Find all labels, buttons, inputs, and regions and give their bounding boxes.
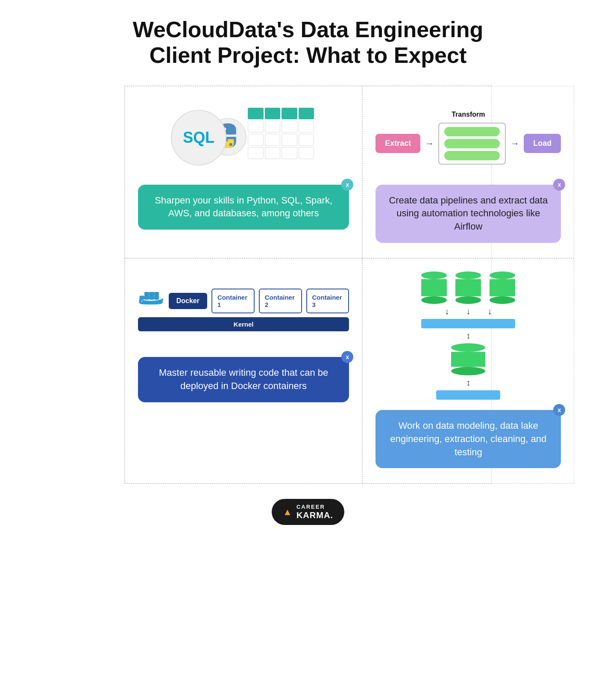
quadrant-4: ↓ ↓ ↓ ↕ ↕ (362, 258, 574, 484)
kernel-bar: Kernel (138, 317, 349, 331)
career-karma-badge: ▲ CAREER KARMA. (272, 499, 344, 525)
sql-circle: SQL (171, 110, 226, 165)
arrows-down: ↓ ↓ ↓ (445, 307, 492, 316)
arrow-down-3: ↓ (487, 307, 492, 316)
karma-label: KARMA. (296, 510, 333, 520)
arrow-updown: ↕ (466, 331, 470, 341)
page-title: WeCloudData's Data Engineering Client Pr… (124, 17, 492, 68)
cylinder-2 (455, 271, 481, 304)
flat-bar-1 (421, 319, 515, 328)
svg-point-2 (229, 143, 232, 146)
svg-point-11 (142, 301, 143, 302)
docker-whale-icon (138, 288, 164, 314)
container-1-box: Container 1 (211, 289, 255, 313)
quadrant-2-text: Create data pipelines and extract data u… (387, 194, 549, 233)
close-btn-4[interactable]: x (553, 404, 565, 416)
quadrant-1-card: x Sharpen your skills in Python, SQL, Sp… (138, 185, 349, 230)
cylinder-3 (490, 271, 515, 304)
quadrant-3: Docker Container 1 Container 2 Container… (125, 258, 362, 484)
svg-rect-7 (144, 296, 149, 300)
svg-rect-8 (150, 296, 154, 300)
load-box: Load (524, 134, 561, 153)
svg-rect-5 (154, 292, 158, 296)
quadrant-4-text: Work on data modeling, data lake enginee… (387, 419, 549, 459)
cylinder-1 (421, 271, 447, 304)
data-modeling-illustration: ↓ ↓ ↓ ↕ ↕ (375, 271, 561, 401)
container-3-box: Container 3 (306, 289, 349, 313)
quadrant-1-text: Sharpen your skills in Python, SQL, Spar… (150, 194, 337, 221)
quadrant-4-card: x Work on data modeling, data lake engin… (375, 410, 561, 468)
docker-row: Docker Container 1 Container 2 Container… (138, 288, 349, 314)
mountain-icon: ▲ (283, 507, 292, 518)
quadrant-2: Transform Extract → → Load x (362, 86, 574, 258)
arrow-1: → (425, 138, 434, 149)
svg-rect-3 (144, 292, 149, 296)
extract-box: Extract (375, 134, 420, 153)
close-btn-3[interactable]: x (341, 351, 353, 363)
sql-python-illustration: SQL (138, 99, 349, 176)
transform-stack (438, 123, 506, 165)
footer: ▲ CAREER KARMA. (124, 499, 492, 525)
arrow-down-1: ↓ (445, 307, 449, 316)
career-label: CAREER (296, 504, 333, 510)
cylinder-single (451, 343, 485, 375)
arrow-down-2: ↓ (466, 307, 470, 316)
docker-label: Docker (169, 293, 207, 309)
main-grid: SQL (124, 86, 492, 484)
svg-rect-9 (154, 296, 158, 300)
transform-label: Transform (452, 111, 485, 118)
footer-text: CAREER KARMA. (296, 504, 333, 519)
cylinders-top (421, 271, 515, 304)
arrow-2: → (510, 138, 519, 149)
quadrant-3-card: x Master reusable writing code that can … (138, 357, 349, 402)
quadrant-3-text: Master reusable writing code that can be… (150, 366, 337, 393)
flat-bar-2 (436, 390, 500, 400)
container-2-box: Container 2 (259, 289, 302, 313)
arrow-down-single: ↕ (466, 378, 470, 388)
quadrant-2-card: x Create data pipelines and extract data… (375, 185, 561, 243)
docker-illustration: Docker Container 1 Container 2 Container… (138, 271, 349, 348)
close-btn-1[interactable]: x (341, 179, 353, 191)
close-btn-2[interactable]: x (553, 179, 565, 191)
svg-rect-4 (150, 292, 154, 296)
etl-illustration: Transform Extract → → Load (375, 99, 561, 176)
quadrant-1: SQL (125, 86, 362, 258)
